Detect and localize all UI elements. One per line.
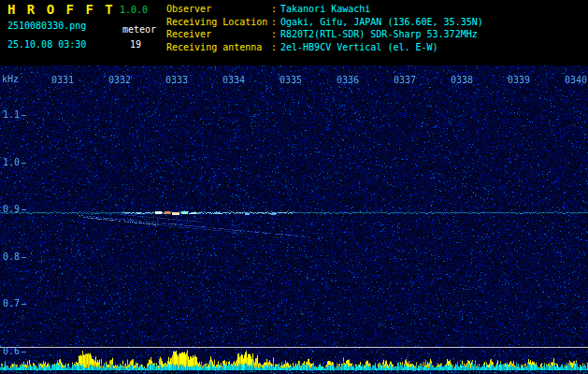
- time-tick-label: 0331: [51, 75, 74, 85]
- freq-tick-mark: [22, 209, 26, 210]
- freq-tick-label: 1.1: [2, 109, 20, 120]
- time-tick-label: 0339: [508, 75, 530, 85]
- axis-layer: 0331033203330334033503360337033803390340…: [0, 0, 588, 374]
- freq-tick-mark: [22, 352, 26, 352]
- time-tick-label: 0332: [108, 75, 131, 85]
- freq-tick-label: 0.7: [2, 298, 20, 309]
- freq-tick-mark: [22, 115, 26, 116]
- freq-tick-label: 1.0: [2, 157, 20, 167]
- time-tick-label: 0333: [165, 75, 188, 85]
- freq-tick-mark: [22, 304, 26, 305]
- freq-tick-label: 0.8: [2, 252, 20, 262]
- freq-tick-label: 0.9: [2, 204, 20, 214]
- freq-tick-mark: [22, 163, 26, 164]
- time-tick-label: 0338: [451, 75, 473, 85]
- time-tick-label: 0340: [565, 75, 587, 85]
- time-tick-label: 0336: [337, 75, 359, 85]
- hrofft-output: H R O F F T 1.0.0 2510080330.png meteor …: [0, 0, 588, 374]
- time-tick-label: 0334: [222, 75, 245, 85]
- time-tick-label: 0337: [394, 75, 416, 85]
- freq-tick-mark: [22, 257, 26, 258]
- freq-tick-label: 0.6: [2, 346, 20, 356]
- time-tick-label: 0335: [280, 75, 302, 85]
